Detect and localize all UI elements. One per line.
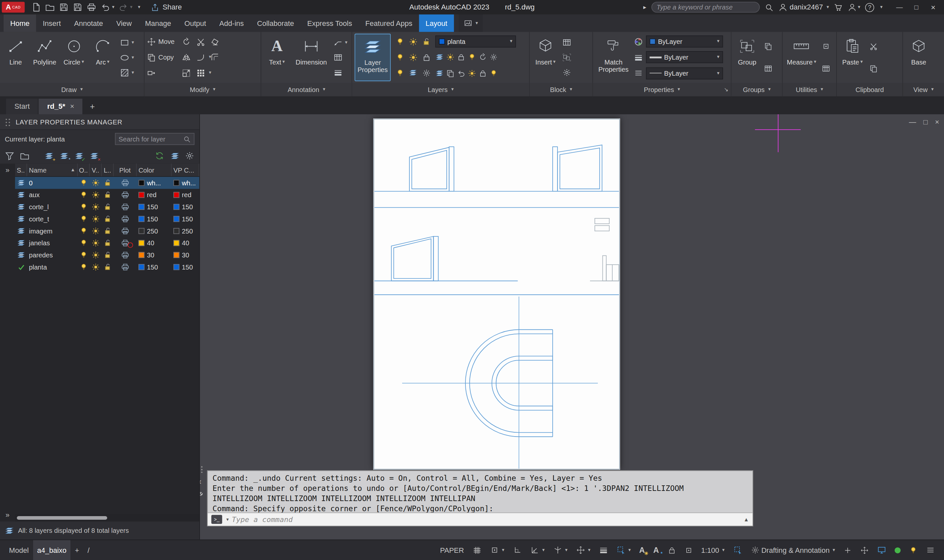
save-button[interactable]	[57, 1, 70, 14]
layer-plot-cell[interactable]	[114, 261, 137, 273]
settings-gear-button[interactable]	[184, 150, 195, 161]
layer-plot-cell[interactable]	[114, 201, 137, 213]
layer-color-cell[interactable]: 40	[137, 237, 172, 249]
layer-name[interactable]: corte_t	[27, 213, 78, 225]
layer-row[interactable]: imagem 250 250	[15, 225, 199, 237]
layer-dropdown[interactable]: planta ▾	[435, 35, 516, 47]
new-layout-button[interactable]: +	[71, 540, 83, 560]
layer-search-input[interactable]	[119, 135, 180, 143]
layer-on-cell[interactable]	[78, 201, 90, 213]
layer-row[interactable]: planta 150 150	[15, 261, 199, 273]
ribbon-tab-insert[interactable]: Insert	[36, 14, 68, 32]
isolate-objects-button[interactable]	[905, 540, 922, 560]
layer-properties-button[interactable]: Layer Properties	[355, 34, 391, 81]
layer-search-field[interactable]	[115, 133, 194, 145]
layer-plot-cell[interactable]	[114, 213, 137, 225]
delete-layer-button[interactable]: ×	[88, 150, 99, 161]
tool-circle-button[interactable]: Circle▾	[61, 34, 87, 81]
column-name[interactable]: Name▲	[27, 164, 78, 177]
layer-table-header[interactable]: S.. Name▲ O.. V.. L.. Plot Color VP C...	[15, 164, 199, 177]
grid-display-button[interactable]	[468, 540, 486, 560]
layer-name[interactable]: janelas	[27, 237, 78, 249]
tool-offset-button[interactable]	[211, 53, 227, 62]
layer-row[interactable]: corte_t 150 150	[15, 213, 199, 225]
layer-on-cell[interactable]	[78, 237, 90, 249]
tool-base-button[interactable]: Base	[905, 34, 932, 81]
layer-vp-color-cell[interactable]: 40	[171, 237, 199, 249]
help-button[interactable]: ?	[865, 3, 874, 12]
tool-trim-button[interactable]	[196, 37, 211, 46]
command-prompt-icon[interactable]: >_	[211, 515, 222, 524]
tool-move-button[interactable]: Move	[147, 37, 182, 46]
layer-freeze-cell[interactable]	[90, 213, 102, 225]
layer-on-cell[interactable]	[78, 189, 90, 201]
tool-group-button[interactable]: Group	[734, 34, 760, 81]
refresh-button[interactable]	[154, 150, 165, 161]
set-current-layer-button[interactable]: ✓	[73, 150, 84, 161]
layer-settings-button[interactable]	[422, 68, 431, 77]
dropdown-icon[interactable]: ▾	[130, 5, 133, 10]
new-layer-button[interactable]: +	[43, 150, 54, 161]
open-drawing-button[interactable]	[43, 1, 56, 14]
layer-vp-color-cell[interactable]: 150	[171, 261, 199, 273]
layer-status-cell[interactable]	[15, 189, 27, 201]
layer-lock-cell[interactable]	[102, 189, 114, 201]
paper-space-toggle[interactable]: PAPER	[436, 540, 468, 560]
layer-on-cell[interactable]	[78, 177, 90, 189]
layer-state-button-6[interactable]	[489, 53, 498, 61]
layer-plot-cell[interactable]	[114, 177, 137, 189]
tool-array-button[interactable]: ▾	[196, 68, 211, 77]
tool-measure-button[interactable]: Measure▾	[785, 34, 818, 81]
layer-freeze-cell[interactable]	[90, 249, 102, 261]
layer-name[interactable]: paredes	[27, 249, 78, 261]
ribbon-tab-express-tools[interactable]: Express Tools	[301, 14, 359, 32]
layer-vp-color-cell[interactable]: 250	[171, 225, 199, 237]
layer-state-button-4[interactable]	[468, 53, 476, 61]
maximize-button[interactable]: □	[908, 0, 925, 14]
tool-fillet-button[interactable]: ▾	[196, 53, 211, 62]
layer-freeze-cell[interactable]	[90, 177, 102, 189]
object-color-dropdown[interactable]: ByLayer▾	[646, 36, 723, 48]
layer-name[interactable]: corte_l	[27, 201, 78, 213]
undo-button[interactable]: ▾	[99, 1, 116, 14]
plot-button[interactable]	[85, 1, 98, 14]
quick-calc-button[interactable]	[821, 62, 831, 75]
layer-name[interactable]: 0	[27, 177, 78, 189]
layer-color-cell[interactable]: 150	[137, 201, 172, 213]
layer-color-cell[interactable]: 150	[137, 213, 172, 225]
annotation-autoscale-button[interactable]: A*	[649, 540, 663, 560]
annotation-scale-button[interactable]: 1:100▾	[697, 540, 729, 560]
close-button[interactable]: ×	[925, 0, 941, 14]
column-freeze[interactable]: V..	[90, 164, 102, 177]
panel-groups-label[interactable]: Groups▾	[732, 83, 782, 96]
store-cart-button[interactable]	[834, 3, 843, 12]
layer-color-cell[interactable]: 250	[137, 225, 172, 237]
tool-hatch-button[interactable]: ▾	[118, 66, 135, 79]
layer-freeze-cell[interactable]	[90, 237, 102, 249]
viewport-scale-sync-button[interactable]	[729, 540, 746, 560]
ortho-mode-button[interactable]	[508, 540, 526, 560]
layer-row[interactable]: paredes 30 30	[15, 249, 199, 261]
copy-clip-button[interactable]	[868, 62, 879, 75]
layer-on-off-button[interactable]	[395, 37, 404, 46]
layer-status-cell[interactable]	[15, 261, 27, 273]
dropdown-icon[interactable]: ▾	[227, 517, 229, 522]
layer-color-cell[interactable]: 30	[137, 249, 172, 261]
panel-layers-label[interactable]: Layers▾	[352, 83, 529, 96]
layer-freeze-cell[interactable]	[90, 261, 102, 273]
layer-state-button-2[interactable]	[446, 53, 455, 61]
layer-isolate-button[interactable]	[395, 53, 404, 62]
layer-plot-cell[interactable]	[114, 225, 137, 237]
layer-name[interactable]: aux	[27, 189, 78, 201]
layer-unlock-button[interactable]	[422, 53, 431, 62]
chevron-right-icon[interactable]: ▸	[643, 4, 646, 10]
viewport-minimize-button[interactable]: —	[909, 118, 916, 126]
layer-freeze-cell[interactable]	[90, 189, 102, 201]
dropdown-icon[interactable]: ▾	[880, 5, 882, 10]
search-button[interactable]	[764, 3, 774, 12]
tool-markup-button[interactable]	[332, 66, 349, 79]
viewport-restore-button[interactable]: □	[923, 118, 928, 126]
layer-status-cell[interactable]	[15, 177, 27, 189]
layer-off-vp-button[interactable]	[489, 69, 498, 77]
command-history-up-icon[interactable]: ▲	[744, 517, 749, 522]
